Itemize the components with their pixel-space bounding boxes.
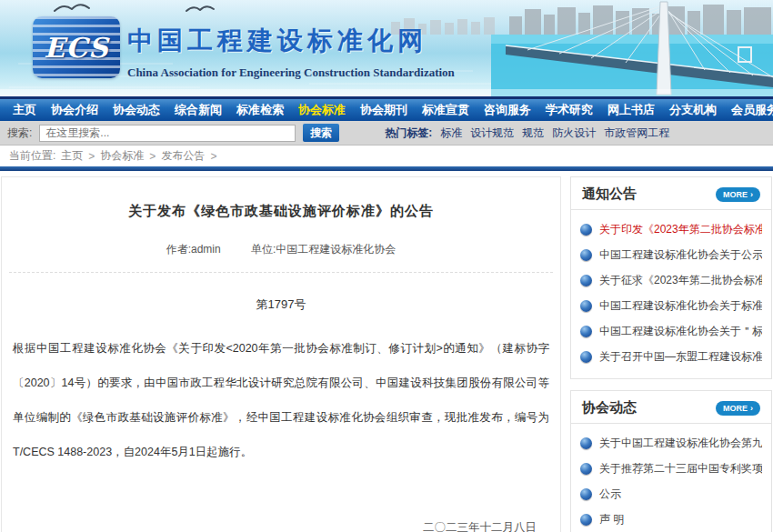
- more-label: MORE: [723, 189, 748, 200]
- breadcrumb-association-standards[interactable]: 协会标准: [100, 148, 144, 164]
- article-meta: 作者:admin 单位:中国工程建设标准化协会: [2, 242, 560, 257]
- nav-item-academic-research[interactable]: 学术研究: [538, 102, 600, 118]
- breadcrumb-announcements[interactable]: 发布公告: [161, 148, 205, 164]
- notice-title: 通知公告: [582, 186, 637, 203]
- nav-item-consulting[interactable]: 咨询服务: [477, 102, 538, 118]
- hot-tag[interactable]: 防火设计: [552, 125, 596, 141]
- main-nav: 主页 协会介绍 协会动态 综合新闻 标准检索 协会标准 协会期刊 标准宣贯 咨询…: [0, 96, 773, 121]
- news-box: 协会动态 MORE › 关于中国工程建设标准化协会第九届理 关于推荐第二十三届中…: [570, 390, 772, 532]
- nav-item-home[interactable]: 主页: [5, 102, 44, 118]
- notice-box: 通知公告 MORE › 关于印发《2023年第二批协会标准制 中国工程建设标准化…: [570, 176, 772, 379]
- globe-icon: [580, 275, 592, 286]
- list-item[interactable]: 公示: [580, 481, 762, 507]
- breadcrumb-separator: >: [210, 150, 216, 163]
- nav-item-bookstore[interactable]: 网上书店: [600, 102, 662, 118]
- nav-item-association-news[interactable]: 协会动态: [105, 102, 167, 118]
- list-item[interactable]: 关于中国工程建设标准化协会第九届理: [580, 430, 762, 456]
- site-header: ECS 中国工程建设标准化网 China Association for Eng…: [0, 0, 773, 96]
- globe-icon: [580, 326, 592, 337]
- news-link[interactable]: 关于推荐第二十三届中国专利奖项目的: [599, 461, 762, 477]
- nav-item-member-services[interactable]: 会员服务: [724, 102, 773, 118]
- list-item[interactable]: 声 明: [580, 507, 762, 532]
- content-area: 关于发布《绿色市政基础设施评价标准》的公告 作者:admin 单位:中国工程建设…: [0, 171, 773, 532]
- meta-divider: [9, 272, 553, 273]
- hot-tags-label: 热门标签:: [385, 125, 432, 141]
- document-number: 第1797号: [2, 296, 560, 313]
- nav-item-association-standards[interactable]: 协会标准: [291, 102, 353, 118]
- list-item[interactable]: 中国工程建设标准化协会关于标准科技: [580, 293, 762, 318]
- notice-header: 通知公告 MORE ›: [571, 177, 771, 210]
- site-subtitle: China Association for Engineering Constr…: [127, 65, 455, 80]
- breadcrumb: 当前位置: 主页 > 协会标准 > 发布公告 >: [0, 146, 773, 166]
- article-author: 作者:admin: [166, 243, 221, 256]
- search-button[interactable]: 搜索: [303, 124, 339, 142]
- globe-icon: [580, 300, 592, 312]
- notice-link[interactable]: 关于召开中国—东盟工程建设标准国际: [599, 349, 762, 365]
- notice-link[interactable]: 中国工程建设标准化协会关于＂标准科: [599, 324, 762, 339]
- more-label: MORE: [723, 403, 748, 414]
- globe-icon: [580, 437, 592, 449]
- search-input[interactable]: [39, 125, 296, 142]
- article-unit: 单位:中国工程建设标准化协会: [251, 243, 396, 256]
- site-logo[interactable]: ECS: [33, 16, 120, 78]
- search-bar: 搜索: 搜索 热门标签: 标准 设计规范 规范 防火设计 市政管网工程: [0, 121, 773, 146]
- article-body: 根据中国工程建设标准化协会《关于印发<2020年第一批协会标准制订、修订计划>的…: [13, 331, 549, 469]
- nav-item-standard-search[interactable]: 标准检索: [229, 102, 291, 118]
- globe-icon: [580, 351, 592, 363]
- notice-link[interactable]: 关于征求《2023年第二批协会标准制: [599, 273, 762, 288]
- list-item[interactable]: 中国工程建设标准化协会关于＂标准科: [580, 318, 762, 344]
- notice-list: 关于印发《2023年第二批协会标准制 中国工程建设标准化协会关于公示＂数 关于征…: [571, 210, 771, 378]
- nav-item-journal[interactable]: 协会期刊: [353, 102, 415, 118]
- list-item[interactable]: 关于召开中国—东盟工程建设标准国际: [580, 344, 762, 369]
- news-link[interactable]: 声 明: [599, 512, 624, 527]
- globe-icon: [580, 249, 592, 261]
- hot-tag[interactable]: 规范: [522, 125, 544, 141]
- breadcrumb-label: 当前位置:: [9, 148, 55, 164]
- site-titles: 中国工程建设标准化网 China Association for Enginee…: [127, 24, 455, 80]
- list-item[interactable]: 中国工程建设标准化协会关于公示＂数: [580, 242, 762, 267]
- list-item[interactable]: 关于推荐第二十三届中国专利奖项目的: [580, 456, 762, 481]
- globe-icon: [580, 224, 592, 236]
- more-arrow-icon: ›: [750, 189, 753, 200]
- list-item[interactable]: 关于印发《2023年第二批协会标准制: [580, 216, 762, 242]
- nav-item-branches[interactable]: 分支机构: [662, 102, 724, 118]
- globe-icon: [580, 514, 592, 526]
- hot-tag[interactable]: 市政管网工程: [604, 125, 669, 141]
- article-date: 二〇二三年十二月八日: [2, 520, 537, 532]
- sidebar: 通知公告 MORE › 关于印发《2023年第二批协会标准制 中国工程建设标准化…: [570, 176, 772, 532]
- article: 关于发布《绿色市政基础设施评价标准》的公告 作者:admin 单位:中国工程建设…: [1, 176, 561, 532]
- notice-more-button[interactable]: MORE ›: [716, 187, 760, 202]
- news-link[interactable]: 关于中国工程建设标准化协会第九届理: [599, 436, 762, 451]
- article-title: 关于发布《绿色市政基础设施评价标准》的公告: [2, 203, 560, 220]
- notice-link[interactable]: 关于印发《2023年第二批协会标准制: [599, 222, 762, 237]
- nav-item-standard-promotion[interactable]: 标准宣贯: [415, 102, 477, 118]
- hot-tag[interactable]: 标准: [440, 125, 462, 141]
- nav-item-general-news[interactable]: 综合新闻: [167, 102, 229, 118]
- list-item[interactable]: 关于征求《2023年第二批协会标准制: [580, 267, 762, 293]
- more-arrow-icon: ›: [750, 403, 753, 414]
- hot-tag[interactable]: 设计规范: [470, 125, 514, 141]
- nav-item-about[interactable]: 协会介绍: [44, 102, 105, 118]
- breadcrumb-separator: >: [88, 150, 95, 163]
- site-title: 中国工程建设标准化网: [127, 24, 455, 58]
- notice-link[interactable]: 中国工程建设标准化协会关于标准科技: [599, 298, 762, 314]
- globe-icon: [580, 488, 592, 500]
- globe-icon: [580, 463, 592, 475]
- logo-text: ECS: [44, 32, 108, 64]
- news-more-button[interactable]: MORE ›: [716, 401, 760, 416]
- news-link[interactable]: 公示: [599, 487, 621, 502]
- breadcrumb-separator: >: [149, 150, 156, 163]
- news-title: 协会动态: [582, 399, 637, 417]
- page: ECS 中国工程建设标准化网 China Association for Eng…: [0, 0, 773, 532]
- search-label: 搜索:: [7, 125, 32, 141]
- hot-tags: 热门标签: 标准 设计规范 规范 防火设计 市政管网工程: [385, 125, 669, 141]
- notice-link[interactable]: 中国工程建设标准化协会关于公示＂数: [599, 247, 762, 263]
- news-list: 关于中国工程建设标准化协会第九届理 关于推荐第二十三届中国专利奖项目的 公示 声…: [571, 424, 771, 532]
- news-header: 协会动态 MORE ›: [571, 391, 771, 424]
- breadcrumb-home[interactable]: 主页: [61, 148, 83, 164]
